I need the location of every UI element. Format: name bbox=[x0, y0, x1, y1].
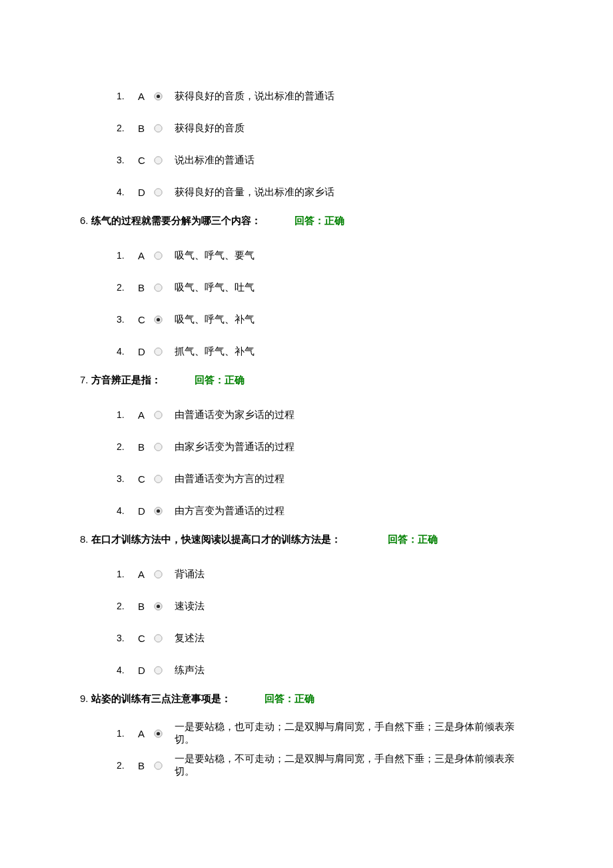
question-number: 7. bbox=[80, 374, 89, 385]
radio-unselected-icon[interactable] bbox=[154, 761, 163, 770]
option-number: 3. bbox=[117, 473, 138, 484]
option-number: 2. bbox=[117, 123, 138, 133]
svg-point-15 bbox=[157, 317, 160, 321]
option-text: 练声法 bbox=[175, 664, 205, 677]
option-row: 3.C复述法 bbox=[117, 622, 533, 654]
radio-unselected-icon[interactable] bbox=[154, 666, 163, 675]
option-row: 1.A由普通话变为家乡话的过程 bbox=[117, 399, 533, 431]
option-row: 4.D获得良好的音量，说出标准的家乡话 bbox=[117, 176, 533, 208]
option-number: 1. bbox=[117, 250, 138, 261]
radio-unselected-icon[interactable] bbox=[154, 283, 163, 292]
option-letter: B bbox=[138, 441, 154, 453]
option-number: 1. bbox=[117, 91, 138, 101]
option-row: 2.B获得良好的音质 bbox=[117, 112, 533, 144]
option-text: 速读法 bbox=[175, 600, 205, 613]
radio-selected-icon[interactable] bbox=[154, 602, 163, 611]
option-letter: C bbox=[138, 473, 154, 485]
option-number: 1. bbox=[117, 728, 138, 739]
option-text: 由家乡话变为普通话的过程 bbox=[175, 441, 295, 453]
option-row: 3.C说出标准的普通话 bbox=[117, 144, 533, 176]
option-text: 说出标准的普通话 bbox=[175, 154, 255, 167]
answer-status: 回答：正确 bbox=[195, 374, 245, 387]
option-text: 由普通话变为方言的过程 bbox=[175, 473, 285, 485]
option-number: 2. bbox=[117, 601, 138, 611]
option-text: 复述法 bbox=[175, 632, 205, 645]
radio-unselected-icon[interactable] bbox=[154, 411, 163, 419]
option-number: 1. bbox=[117, 569, 138, 579]
option-letter: B bbox=[138, 601, 154, 612]
option-number: 2. bbox=[117, 760, 138, 771]
radio-unselected-icon[interactable] bbox=[154, 443, 163, 451]
option-letter: B bbox=[138, 760, 154, 771]
option-row: 4.D抓气、呼气、补气 bbox=[117, 335, 533, 367]
option-row: 3.C由普通话变为方言的过程 bbox=[117, 463, 533, 495]
question-number: 8. bbox=[80, 533, 89, 545]
option-text: 吸气、呼气、吐气 bbox=[175, 281, 255, 294]
radio-unselected-icon[interactable] bbox=[154, 347, 163, 356]
question-line: 8.在口才训练方法中，快速阅读以提高口才的训练方法是：回答：正确 bbox=[80, 533, 533, 546]
questions-container: 6.练气的过程就需要分解为哪三个内容：回答：正确1.A吸气、呼气、要气2.B吸气… bbox=[80, 215, 533, 781]
option-letter: A bbox=[138, 409, 154, 421]
radio-unselected-icon[interactable] bbox=[154, 475, 163, 483]
option-text: 抓气、呼气、补气 bbox=[175, 345, 255, 358]
option-row: 2.B由家乡话变为普通话的过程 bbox=[117, 431, 533, 463]
option-number: 1. bbox=[117, 409, 138, 420]
option-letter: A bbox=[138, 569, 154, 580]
option-text: 吸气、呼气、要气 bbox=[175, 249, 255, 262]
option-row: 1.A获得良好的音质，说出标准的普通话 bbox=[117, 80, 533, 112]
radio-selected-icon[interactable] bbox=[154, 507, 163, 515]
option-letter: C bbox=[138, 314, 154, 325]
option-text: 获得良好的音质 bbox=[175, 122, 245, 135]
option-row: 4.D练声法 bbox=[117, 654, 533, 686]
option-number: 4. bbox=[117, 187, 138, 197]
radio-unselected-icon[interactable] bbox=[154, 188, 163, 197]
option-letter: A bbox=[138, 728, 154, 739]
option-text: 吸气、呼气、补气 bbox=[175, 313, 255, 326]
question-line: 7.方音辨正是指：回答：正确 bbox=[80, 374, 533, 387]
option-row: 1.A吸气、呼气、要气 bbox=[117, 239, 533, 271]
option-number: 2. bbox=[117, 282, 138, 293]
option-number: 4. bbox=[117, 665, 138, 675]
question-line: 9.站姿的训练有三点注意事项是：回答：正确 bbox=[80, 693, 533, 705]
question-text: 站姿的训练有三点注意事项是： bbox=[91, 693, 231, 705]
option-number: 4. bbox=[117, 505, 138, 516]
option-row: 2.B一是要站稳，不可走动；二是双脚与肩同宽，手自然下垂；三是身体前倾表亲切。 bbox=[117, 749, 533, 781]
question-line: 6.练气的过程就需要分解为哪三个内容：回答：正确 bbox=[80, 215, 533, 227]
option-text: 由普通话变为家乡话的过程 bbox=[175, 409, 295, 421]
option-text: 由方言变为普通话的过程 bbox=[175, 505, 285, 517]
answer-status: 回答：正确 bbox=[265, 693, 314, 705]
option-row: 3.C吸气、呼气、补气 bbox=[117, 303, 533, 335]
answer-status: 回答：正确 bbox=[388, 533, 438, 546]
question-number: 6. bbox=[80, 215, 89, 226]
option-number: 2. bbox=[117, 441, 138, 452]
option-letter: B bbox=[138, 282, 154, 293]
option-letter: D bbox=[138, 187, 154, 198]
option-text: 一是要站稳，也可走动；二是双脚与肩同宽，手自然下垂；三是身体前倾表亲切。 bbox=[175, 721, 533, 746]
radio-unselected-icon[interactable] bbox=[154, 124, 163, 133]
option-number: 4. bbox=[117, 346, 138, 357]
option-row: 1.A一是要站稳，也可走动；二是双脚与肩同宽，手自然下垂；三是身体前倾表亲切。 bbox=[117, 717, 533, 749]
radio-unselected-icon[interactable] bbox=[154, 156, 163, 165]
radio-unselected-icon[interactable] bbox=[154, 251, 163, 260]
answer-status: 回答：正确 bbox=[295, 215, 344, 227]
svg-point-26 bbox=[157, 509, 160, 512]
option-row: 4.D由方言变为普通话的过程 bbox=[117, 495, 533, 527]
option-row: 2.B吸气、呼气、吐气 bbox=[117, 271, 533, 303]
option-letter: B bbox=[138, 123, 154, 134]
radio-unselected-icon[interactable] bbox=[154, 570, 163, 579]
option-text: 获得良好的音量，说出标准的家乡话 bbox=[175, 186, 334, 199]
option-row: 2.B速读法 bbox=[117, 590, 533, 622]
radio-selected-icon[interactable] bbox=[154, 315, 163, 324]
option-letter: C bbox=[138, 633, 154, 644]
radio-selected-icon[interactable] bbox=[154, 729, 163, 738]
option-number: 3. bbox=[117, 633, 138, 643]
question-number: 9. bbox=[80, 693, 89, 704]
option-number: 3. bbox=[117, 314, 138, 325]
svg-point-31 bbox=[157, 604, 160, 607]
svg-point-2 bbox=[157, 94, 160, 97]
question-text: 在口才训练方法中，快速阅读以提高口才的训练方法是： bbox=[91, 533, 341, 546]
option-text: 获得良好的音质，说出标准的普通话 bbox=[175, 90, 334, 103]
page: 1.A获得良好的音质，说出标准的普通话2.B获得良好的音质3.C说出标准的普通话… bbox=[0, 0, 613, 861]
radio-selected-icon[interactable] bbox=[154, 92, 163, 101]
radio-unselected-icon[interactable] bbox=[154, 634, 163, 643]
